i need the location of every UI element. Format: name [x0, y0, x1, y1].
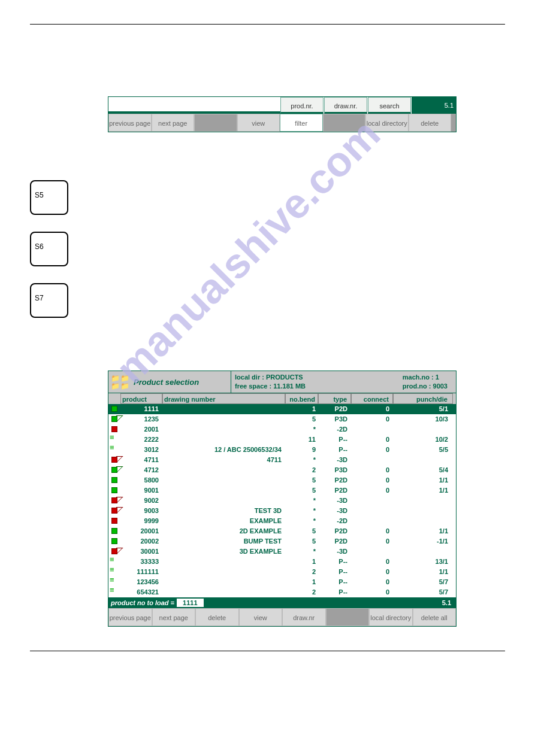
drawnr-button[interactable]: draw.nr.	[324, 97, 367, 114]
cell-type: P3D	[318, 414, 351, 424]
cell-product: 5800	[120, 475, 162, 485]
table-row[interactable]: 47122P3D05/4	[108, 465, 456, 475]
table-row[interactable]: 47114711*-3D	[108, 455, 456, 465]
cell-drawing: 3D EXAMPLE	[162, 546, 285, 557]
cell-connect: 0	[351, 526, 393, 536]
table-row[interactable]: ≡301212 / ABC 25006532/349P--05/5	[108, 445, 456, 455]
toolbar-spacer	[108, 97, 280, 114]
delete-button[interactable]: delete	[409, 114, 452, 132]
prodno-info: prod.no : 9003	[403, 382, 448, 391]
cell-drawing	[162, 465, 285, 475]
table-row[interactable]: 200012D EXAMPLE5P2D01/1	[108, 526, 456, 536]
cell-product: 9003	[120, 506, 162, 516]
product-type-icon	[108, 485, 120, 496]
ps-next-page-button[interactable]: next page	[152, 608, 196, 626]
cell-product: 9001	[120, 485, 162, 496]
cell-nobend: 5	[285, 536, 318, 546]
product-type-icon	[108, 404, 120, 414]
col-product[interactable]: product	[120, 393, 162, 404]
table-row[interactable]: 58005P2D01/1	[108, 475, 456, 485]
cell-product: 1235	[120, 414, 162, 424]
cell-product: 20001	[120, 526, 162, 536]
cell-product: 123456	[120, 577, 162, 587]
cell-nobend: 5	[285, 526, 318, 536]
table-row[interactable]: 9002*-3D	[108, 496, 456, 506]
col-drawing-number[interactable]: drawing number	[162, 393, 285, 404]
product-type-icon: ≡	[108, 445, 120, 455]
product-type-icon	[108, 506, 120, 516]
status-value[interactable]: 1111	[177, 599, 203, 607]
ps-drawnr-button[interactable]: draw.nr	[282, 608, 326, 626]
table-row[interactable]: ≡1111112P--01/1	[108, 567, 456, 577]
product-type-icon	[108, 526, 120, 536]
search-button[interactable]: search	[368, 97, 411, 114]
previous-page-button[interactable]: previous page	[108, 114, 152, 132]
table-body: 11111P2D05/112355P3D010/32001*-2D≡222211…	[108, 404, 456, 597]
col-connect[interactable]: connect	[351, 393, 393, 404]
s6-key[interactable]: S6	[30, 232, 68, 266]
product-type-icon	[108, 475, 120, 485]
cell-punchdie: 5/5	[393, 445, 453, 455]
table-row[interactable]: ≡333331P--013/1	[108, 557, 456, 567]
cell-punchdie: 13/1	[393, 557, 453, 567]
table-row[interactable]: 2001*-2D	[108, 424, 456, 435]
cell-type: -3D	[318, 506, 351, 516]
col-punchdie[interactable]: punch/die	[393, 393, 453, 404]
table-row[interactable]: ≡1234561P--05/7	[108, 577, 456, 587]
cell-type: P2D	[318, 485, 351, 496]
cell-punchdie: 10/2	[393, 435, 453, 445]
ps-previous-page-button[interactable]: previous page	[108, 608, 152, 626]
view-button[interactable]: view	[237, 114, 280, 132]
cell-type: P--	[318, 577, 351, 587]
cell-drawing	[162, 496, 285, 506]
ps-view-button[interactable]: view	[239, 608, 283, 626]
next-page-button[interactable]: next page	[152, 114, 195, 132]
cell-type: -2D	[318, 516, 351, 526]
cell-type: P2D	[318, 404, 351, 414]
ps-delete-all-button[interactable]: delete all	[413, 608, 457, 626]
cell-connect: 0	[351, 557, 393, 567]
product-type-icon	[108, 414, 120, 424]
table-row[interactable]: ≡6543212P--05/7	[108, 587, 456, 597]
cell-type: -3D	[318, 546, 351, 557]
cell-drawing: EXAMPLE	[162, 516, 285, 526]
cell-drawing	[162, 587, 285, 597]
product-selection-panel: 📁📁 📁📁 Product selection local dir : PROD…	[108, 371, 457, 627]
col-type[interactable]: type	[318, 393, 351, 404]
table-row[interactable]: 11111P2D05/1	[108, 404, 456, 414]
table-row[interactable]: 12355P3D010/3	[108, 414, 456, 424]
cell-type: P2D	[318, 526, 351, 536]
cell-connect: 0	[351, 414, 393, 424]
table-row[interactable]: 9003TEST 3D*-3D	[108, 506, 456, 516]
ps-local-directory-button[interactable]: local directory	[369, 608, 413, 626]
table-row[interactable]: ≡222211P--010/2	[108, 435, 456, 445]
cell-type: P--	[318, 445, 351, 455]
toolbar-panel-top: prod.nr. draw.nr. search 5.1 previous pa…	[108, 96, 457, 132]
cell-connect: 0	[351, 435, 393, 445]
local-directory-button[interactable]: local directory	[365, 114, 409, 132]
cell-product: 9002	[120, 496, 162, 506]
cell-nobend: 1	[285, 557, 318, 567]
s7-key[interactable]: S7	[30, 283, 68, 318]
cell-punchdie: 5/7	[393, 587, 453, 597]
s5-key[interactable]: S5	[30, 180, 68, 215]
cell-punchdie	[393, 516, 453, 526]
table-row[interactable]: 20002BUMP TEST5P2D0-1/1	[108, 536, 456, 546]
cell-drawing	[162, 567, 285, 577]
cell-product: 3012	[120, 445, 162, 455]
col-nobend[interactable]: no.bend	[285, 393, 318, 404]
cell-connect: 0	[351, 485, 393, 496]
prodnr-button[interactable]: prod.nr.	[280, 97, 324, 114]
cell-connect: 0	[351, 567, 393, 577]
table-row[interactable]: 300013D EXAMPLE*-3D	[108, 546, 456, 557]
ps-delete-button[interactable]: delete	[195, 608, 239, 626]
cell-nobend: 2	[285, 567, 318, 577]
cell-type: -3D	[318, 455, 351, 465]
cell-product: 1111	[120, 404, 162, 414]
cell-punchdie: 10/3	[393, 414, 453, 424]
cell-drawing: 12 / ABC 25006532/34	[162, 445, 285, 455]
cell-connect: 0	[351, 465, 393, 475]
table-row[interactable]: 90015P2D01/1	[108, 485, 456, 496]
table-row[interactable]: 9999EXAMPLE*-2D	[108, 516, 456, 526]
filter-button[interactable]: filter	[280, 114, 323, 132]
